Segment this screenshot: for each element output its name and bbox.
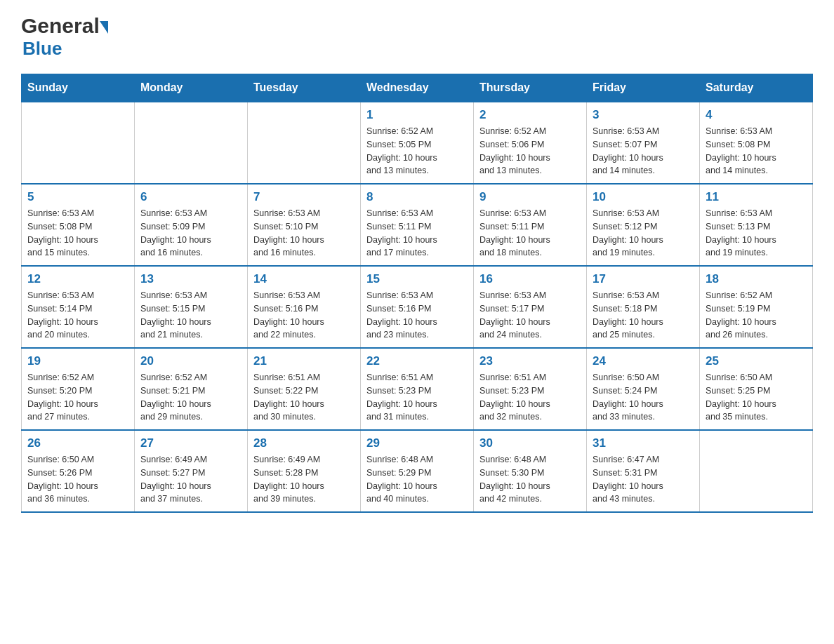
day-number: 15 xyxy=(366,272,468,286)
day-info: Sunrise: 6:53 AM Sunset: 5:09 PM Dayligh… xyxy=(140,207,241,260)
day-info: Sunrise: 6:51 AM Sunset: 5:22 PM Dayligh… xyxy=(253,371,355,424)
calendar-cell: 4Sunrise: 6:53 AM Sunset: 5:08 PM Daylig… xyxy=(700,102,813,184)
day-info: Sunrise: 6:52 AM Sunset: 5:20 PM Dayligh… xyxy=(27,371,128,424)
day-info: Sunrise: 6:53 AM Sunset: 5:11 PM Dayligh… xyxy=(479,207,581,260)
day-header-monday: Monday xyxy=(135,74,248,102)
day-header-wednesday: Wednesday xyxy=(361,74,474,102)
calendar-header: SundayMondayTuesdayWednesdayThursdayFrid… xyxy=(22,74,813,102)
day-number: 18 xyxy=(706,272,807,286)
day-number: 10 xyxy=(593,190,694,204)
day-number: 8 xyxy=(366,190,468,204)
day-info: Sunrise: 6:53 AM Sunset: 5:16 PM Dayligh… xyxy=(366,289,468,342)
week-row-4: 19Sunrise: 6:52 AM Sunset: 5:20 PM Dayli… xyxy=(22,348,813,430)
calendar-cell: 5Sunrise: 6:53 AM Sunset: 5:08 PM Daylig… xyxy=(22,184,135,266)
day-number: 23 xyxy=(479,354,581,368)
calendar-cell: 14Sunrise: 6:53 AM Sunset: 5:16 PM Dayli… xyxy=(248,266,361,348)
calendar-cell: 2Sunrise: 6:52 AM Sunset: 5:06 PM Daylig… xyxy=(474,102,587,184)
day-number: 5 xyxy=(27,190,128,204)
calendar-cell: 26Sunrise: 6:50 AM Sunset: 5:26 PM Dayli… xyxy=(22,430,135,512)
day-number: 28 xyxy=(253,436,355,450)
day-number: 17 xyxy=(593,272,694,286)
day-info: Sunrise: 6:49 AM Sunset: 5:27 PM Dayligh… xyxy=(140,453,241,506)
day-number: 1 xyxy=(366,108,468,122)
calendar-cell xyxy=(700,430,813,512)
calendar-cell: 24Sunrise: 6:50 AM Sunset: 5:24 PM Dayli… xyxy=(587,348,700,430)
calendar-cell: 28Sunrise: 6:49 AM Sunset: 5:28 PM Dayli… xyxy=(248,430,361,512)
days-of-week-row: SundayMondayTuesdayWednesdayThursdayFrid… xyxy=(22,74,813,102)
calendar-cell: 21Sunrise: 6:51 AM Sunset: 5:22 PM Dayli… xyxy=(248,348,361,430)
calendar-cell: 18Sunrise: 6:52 AM Sunset: 5:19 PM Dayli… xyxy=(700,266,813,348)
logo-general: General xyxy=(21,14,100,38)
day-number: 14 xyxy=(253,272,355,286)
day-info: Sunrise: 6:53 AM Sunset: 5:08 PM Dayligh… xyxy=(706,125,807,177)
logo-blue: Blue xyxy=(22,38,62,60)
day-number: 16 xyxy=(479,272,581,286)
calendar-cell: 16Sunrise: 6:53 AM Sunset: 5:17 PM Dayli… xyxy=(474,266,587,348)
day-number: 21 xyxy=(253,354,355,368)
day-info: Sunrise: 6:53 AM Sunset: 5:14 PM Dayligh… xyxy=(27,289,128,342)
calendar-cell: 3Sunrise: 6:53 AM Sunset: 5:07 PM Daylig… xyxy=(587,102,700,184)
day-number: 20 xyxy=(140,354,241,368)
day-number: 13 xyxy=(140,272,241,286)
day-number: 12 xyxy=(27,272,128,286)
day-number: 31 xyxy=(593,436,694,450)
calendar-cell: 30Sunrise: 6:48 AM Sunset: 5:30 PM Dayli… xyxy=(474,430,587,512)
calendar-cell: 11Sunrise: 6:53 AM Sunset: 5:13 PM Dayli… xyxy=(700,184,813,266)
day-number: 9 xyxy=(479,190,581,204)
day-info: Sunrise: 6:53 AM Sunset: 5:15 PM Dayligh… xyxy=(140,289,241,342)
day-number: 27 xyxy=(140,436,241,450)
calendar-cell: 17Sunrise: 6:53 AM Sunset: 5:18 PM Dayli… xyxy=(587,266,700,348)
day-info: Sunrise: 6:52 AM Sunset: 5:06 PM Dayligh… xyxy=(479,125,581,177)
day-number: 24 xyxy=(593,354,694,368)
day-info: Sunrise: 6:51 AM Sunset: 5:23 PM Dayligh… xyxy=(366,371,468,424)
week-row-2: 5Sunrise: 6:53 AM Sunset: 5:08 PM Daylig… xyxy=(22,184,813,266)
calendar-table: SundayMondayTuesdayWednesdayThursdayFrid… xyxy=(21,74,813,513)
day-info: Sunrise: 6:51 AM Sunset: 5:23 PM Dayligh… xyxy=(479,371,581,424)
day-number: 2 xyxy=(479,108,581,122)
page-header: General Blue xyxy=(21,14,813,60)
week-row-1: 1Sunrise: 6:52 AM Sunset: 5:05 PM Daylig… xyxy=(22,102,813,184)
day-info: Sunrise: 6:52 AM Sunset: 5:21 PM Dayligh… xyxy=(140,371,241,424)
day-number: 3 xyxy=(593,108,694,122)
day-info: Sunrise: 6:50 AM Sunset: 5:26 PM Dayligh… xyxy=(27,453,128,506)
day-info: Sunrise: 6:52 AM Sunset: 5:05 PM Dayligh… xyxy=(366,125,468,177)
calendar-cell: 8Sunrise: 6:53 AM Sunset: 5:11 PM Daylig… xyxy=(361,184,474,266)
day-number: 7 xyxy=(253,190,355,204)
day-info: Sunrise: 6:53 AM Sunset: 5:11 PM Dayligh… xyxy=(366,207,468,260)
calendar-body: 1Sunrise: 6:52 AM Sunset: 5:05 PM Daylig… xyxy=(22,102,813,512)
day-info: Sunrise: 6:53 AM Sunset: 5:08 PM Dayligh… xyxy=(27,207,128,260)
day-info: Sunrise: 6:50 AM Sunset: 5:25 PM Dayligh… xyxy=(706,371,807,424)
day-number: 6 xyxy=(140,190,241,204)
calendar-cell: 6Sunrise: 6:53 AM Sunset: 5:09 PM Daylig… xyxy=(135,184,248,266)
day-info: Sunrise: 6:53 AM Sunset: 5:10 PM Dayligh… xyxy=(253,207,355,260)
day-info: Sunrise: 6:48 AM Sunset: 5:30 PM Dayligh… xyxy=(479,453,581,506)
week-row-3: 12Sunrise: 6:53 AM Sunset: 5:14 PM Dayli… xyxy=(22,266,813,348)
calendar-cell xyxy=(135,102,248,184)
day-number: 25 xyxy=(706,354,807,368)
calendar-cell: 31Sunrise: 6:47 AM Sunset: 5:31 PM Dayli… xyxy=(587,430,700,512)
calendar-cell: 7Sunrise: 6:53 AM Sunset: 5:10 PM Daylig… xyxy=(248,184,361,266)
day-info: Sunrise: 6:47 AM Sunset: 5:31 PM Dayligh… xyxy=(593,453,694,506)
day-info: Sunrise: 6:48 AM Sunset: 5:29 PM Dayligh… xyxy=(366,453,468,506)
day-info: Sunrise: 6:49 AM Sunset: 5:28 PM Dayligh… xyxy=(253,453,355,506)
calendar-cell: 1Sunrise: 6:52 AM Sunset: 5:05 PM Daylig… xyxy=(361,102,474,184)
calendar-cell: 27Sunrise: 6:49 AM Sunset: 5:27 PM Dayli… xyxy=(135,430,248,512)
calendar-cell: 10Sunrise: 6:53 AM Sunset: 5:12 PM Dayli… xyxy=(587,184,700,266)
calendar-cell: 29Sunrise: 6:48 AM Sunset: 5:29 PM Dayli… xyxy=(361,430,474,512)
day-number: 30 xyxy=(479,436,581,450)
day-header-tuesday: Tuesday xyxy=(248,74,361,102)
logo: General Blue xyxy=(21,14,108,60)
calendar-cell: 22Sunrise: 6:51 AM Sunset: 5:23 PM Dayli… xyxy=(361,348,474,430)
day-info: Sunrise: 6:53 AM Sunset: 5:17 PM Dayligh… xyxy=(479,289,581,342)
logo-arrow-icon xyxy=(100,21,108,34)
day-info: Sunrise: 6:53 AM Sunset: 5:13 PM Dayligh… xyxy=(706,207,807,260)
day-header-friday: Friday xyxy=(587,74,700,102)
day-number: 19 xyxy=(27,354,128,368)
calendar-cell: 19Sunrise: 6:52 AM Sunset: 5:20 PM Dayli… xyxy=(22,348,135,430)
calendar-cell xyxy=(22,102,135,184)
day-number: 4 xyxy=(706,108,807,122)
calendar-cell: 13Sunrise: 6:53 AM Sunset: 5:15 PM Dayli… xyxy=(135,266,248,348)
day-header-saturday: Saturday xyxy=(700,74,813,102)
day-number: 22 xyxy=(366,354,468,368)
calendar-cell: 23Sunrise: 6:51 AM Sunset: 5:23 PM Dayli… xyxy=(474,348,587,430)
